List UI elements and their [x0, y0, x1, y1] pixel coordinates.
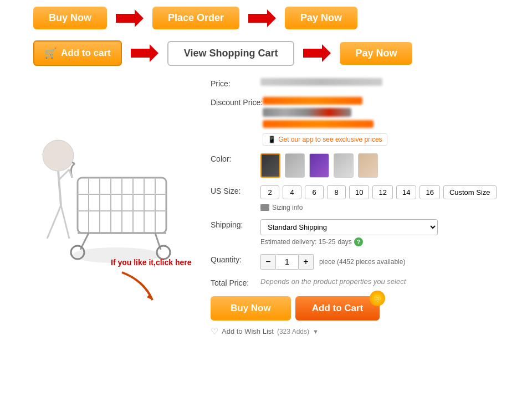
total-price-value: Depends on the product properties you se… — [260, 277, 406, 286]
discount-line1 — [263, 97, 362, 105]
action-buttons: Buy Now Add to Cart 🪙 — [211, 296, 521, 321]
quantity-row: Quantity: − + piece (4452 pieces availab… — [211, 254, 521, 270]
price-label: Price: — [211, 78, 260, 88]
discount-label: Discount Price: — [211, 97, 263, 107]
size-btn-16[interactable]: 16 — [420, 185, 439, 199]
add-to-cart-button[interactable]: Add to Cart 🪙 — [295, 296, 380, 321]
buy-now-button[interactable]: Buy Now — [211, 296, 291, 321]
left-panel: If you like it,click here — [0, 78, 205, 337]
quantity-decrease-btn[interactable]: − — [260, 254, 276, 270]
discount-line2 — [263, 108, 351, 117]
shipping-days-text: Estimated delivery: 15-25 — [260, 238, 335, 246]
arrow-4 — [303, 44, 331, 62]
price-blurred — [260, 78, 382, 86]
right-panel: Price: Discount Price: Get our app to se… — [205, 78, 532, 337]
color-swatch-gray[interactable] — [285, 153, 305, 178]
shipping-options: Standard Shipping Express Shipping Estim… — [260, 219, 521, 246]
arrow-2 — [248, 9, 276, 27]
cart-figure-image — [17, 78, 188, 266]
size-btn-6[interactable]: 6 — [305, 185, 324, 199]
svg-marker-0 — [116, 9, 144, 27]
quantity-control-area: − + piece (4452 pieces available) — [260, 254, 521, 270]
coin-badge: 🪙 — [370, 291, 385, 306]
us-size-label: US Size: — [211, 185, 260, 195]
info-icon[interactable]: ? — [354, 237, 363, 246]
size-options: 2 4 6 8 10 12 14 16 Custom Size Sizing i… — [260, 185, 521, 211]
size-btn-12[interactable]: 12 — [372, 185, 392, 199]
discount-value: Get our app to see exclusive prices — [263, 97, 521, 146]
view-shopping-cart-btn[interactable]: View Shopping Cart — [167, 41, 295, 66]
shipping-row: Shipping: Standard Shipping Express Ship… — [211, 219, 521, 246]
wishlist-count: (323 Adds) — [277, 328, 309, 335]
wishlist-row[interactable]: ♡ Add to Wish List (323 Adds) ▼ — [211, 326, 521, 337]
color-swatch-lightgray[interactable] — [334, 153, 354, 178]
discount-price-row: Discount Price: Get our app to see exclu… — [211, 97, 521, 146]
svg-marker-1 — [248, 9, 276, 27]
us-size-row: US Size: 2 4 6 8 10 12 14 16 Custom Size… — [211, 185, 521, 211]
pay-now-flow-btn[interactable]: Pay Now — [285, 7, 357, 29]
price-row: Price: — [211, 78, 521, 89]
size-btn-custom[interactable]: Custom Size — [443, 185, 497, 199]
arrow-3 — [131, 44, 158, 62]
color-swatches — [260, 153, 378, 178]
quantity-control: − + — [260, 254, 314, 270]
color-row: Color: — [211, 153, 521, 178]
svg-line-22 — [58, 171, 61, 205]
color-swatch-beige[interactable] — [358, 153, 378, 178]
size-btn-4[interactable]: 4 — [283, 185, 301, 199]
svg-point-21 — [43, 140, 74, 171]
add-to-cart-flow-btn[interactable]: 🛒 Add to cart — [33, 40, 122, 66]
size-buttons-group: 2 4 6 8 10 12 14 16 Custom Size — [260, 185, 521, 199]
quantity-input[interactable] — [276, 254, 298, 270]
click-hint-text: If you like it,click here — [61, 258, 192, 267]
total-price-row: Total Price: Depends on the product prop… — [211, 277, 521, 287]
app-badge-btn[interactable]: Get our app to see exclusive prices — [263, 133, 387, 146]
svg-line-26 — [61, 205, 69, 239]
quantity-label: Quantity: — [211, 254, 260, 264]
color-label: Color: — [211, 153, 260, 163]
main-content: If you like it,click here Price: Discoun… — [0, 73, 532, 337]
size-btn-14[interactable]: 14 — [396, 185, 416, 199]
shipping-select[interactable]: Standard Shipping Express Shipping — [260, 219, 438, 235]
total-price-label: Total Price: — [211, 277, 260, 287]
size-btn-10[interactable]: 10 — [349, 185, 369, 199]
top-flow-bar: Buy Now Place Order Pay Now — [0, 0, 532, 36]
svg-marker-3 — [303, 44, 331, 62]
sizing-info-link[interactable]: Sizing info — [260, 204, 521, 211]
cart-flow-bar: 🛒 Add to cart View Shopping Cart Pay Now — [0, 36, 532, 73]
wishlist-text: Add to Wish List — [222, 327, 274, 335]
hint-arrow — [61, 270, 205, 305]
color-swatch-purple[interactable] — [309, 153, 329, 178]
size-btn-8[interactable]: 8 — [327, 185, 346, 199]
heart-icon: ♡ — [211, 326, 218, 337]
pay-now-cart-btn[interactable]: Pay Now — [340, 42, 412, 65]
cart-icon: 🛒 — [44, 47, 57, 59]
svg-marker-2 — [131, 44, 158, 62]
discount-line3 — [263, 120, 374, 128]
svg-line-25 — [47, 205, 61, 239]
color-swatch-dark[interactable] — [260, 153, 280, 178]
shipping-info: Estimated delivery: 15-25 days ? — [260, 237, 521, 246]
wishlist-dropdown-icon[interactable]: ▼ — [313, 328, 319, 335]
size-btn-2[interactable]: 2 — [260, 185, 279, 199]
sizing-icon — [260, 204, 269, 211]
place-order-flow-btn[interactable]: Place Order — [152, 7, 239, 29]
arrow-1 — [116, 9, 144, 27]
shipping-label: Shipping: — [211, 219, 260, 229]
quantity-increase-btn[interactable]: + — [298, 254, 314, 270]
buy-now-flow-btn[interactable]: Buy Now — [33, 7, 107, 29]
price-value — [260, 78, 521, 89]
pieces-available: piece (4452 pieces available) — [319, 258, 405, 266]
